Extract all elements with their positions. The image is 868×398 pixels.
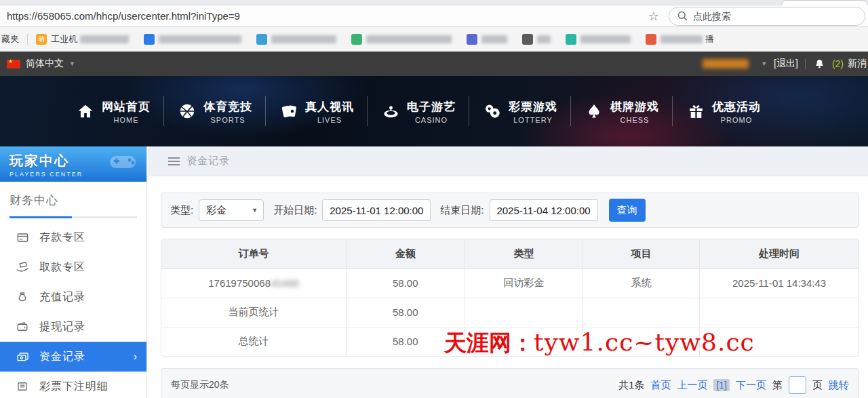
order-no-blurred: 40488: [271, 277, 299, 289]
bookmark-item[interactable]: [522, 34, 551, 45]
deposit-card-icon: [15, 231, 30, 244]
table-row: 1761975006840488 58.00 回访彩金 系统 2025-11-0…: [161, 268, 859, 298]
jump-link[interactable]: 跳转: [829, 379, 849, 392]
sidebar-item-recharge-record[interactable]: 充值记录: [0, 282, 146, 312]
page-total-amount: 58.00: [346, 298, 465, 327]
browser-search-box[interactable]: [669, 7, 865, 26]
bookmark-favicon: 萌: [36, 34, 47, 45]
type-cell: 回访彩金: [465, 268, 583, 298]
jump-label-post: 页: [812, 379, 823, 392]
cn-flag-icon: ★: [7, 60, 20, 68]
bookmark-star-icon[interactable]: ☆: [648, 9, 659, 24]
sidebar-item-deposit[interactable]: 存款专区: [0, 222, 146, 252]
amount-cell: 58.00: [346, 268, 465, 298]
end-date-input[interactable]: [490, 199, 598, 221]
chevron-right-icon: ›: [134, 351, 137, 363]
jump-label-pre: 第: [772, 379, 783, 392]
bookmark-item[interactable]: 播: [646, 33, 717, 45]
bookmark-blurred-text: [80, 35, 129, 43]
bookmark-item[interactable]: [144, 34, 241, 45]
content: 资金记录 类型: 彩金 ▼ 开始日期: 结束日期: 查询 订单号 金额 类型: [148, 146, 868, 398]
language-caret-icon[interactable]: ▼: [69, 60, 75, 67]
spade-icon: [584, 102, 604, 120]
nav-item-lottery[interactable]: 彩票游戏LOTTERY: [469, 99, 570, 124]
bookmark-favicon: [467, 34, 477, 45]
page: https://658065.com/hhcp/usercenter.html?…: [0, 0, 868, 398]
bookmark-label-tail: 播: [705, 33, 714, 45]
bookmark-item[interactable]: [256, 34, 336, 45]
bookmark-blurred-text: [481, 35, 507, 43]
bookmark-blurred-text: [159, 35, 241, 43]
pagination-bar: 每页显示20条 共1条 首页 上一页 [1] 下一页 第 页 跳转: [161, 368, 859, 398]
prev-page-link[interactable]: 上一页: [677, 379, 707, 392]
filter-bar: 类型: 彩金 ▼ 开始日期: 结束日期: 查询: [161, 193, 859, 228]
nav-item-chess[interactable]: 棋牌游戏CHESS: [571, 99, 672, 124]
type-select[interactable]: 彩金 ▼: [199, 199, 264, 221]
user-menu-caret-icon[interactable]: ▼: [761, 60, 767, 67]
sidebar-item-funds-record[interactable]: 资金记录 ›: [0, 342, 146, 372]
col-type: 类型: [465, 239, 583, 268]
search-input[interactable]: [693, 11, 829, 22]
col-amount: 金额: [346, 239, 465, 268]
search-icon: [677, 11, 688, 21]
url-text[interactable]: https://658065.com/hhcp/usercenter.html?…: [7, 10, 240, 22]
banknotes-icon: [15, 351, 30, 363]
lottery-balls-icon: [482, 102, 502, 120]
browser-tab[interactable]: [781, 0, 868, 5]
bookmark-item[interactable]: 萌 工业机: [36, 33, 129, 45]
total-count: 共1条: [618, 379, 644, 392]
receipt-icon: [15, 380, 30, 393]
content-header: 资金记录: [148, 146, 868, 176]
players-center-banner: 玩家中心 PLAYERS CENTER: [0, 146, 146, 182]
table-header-row: 订单号 金额 类型 项目 处理时间: [161, 239, 859, 268]
bookmark-favicon: [144, 34, 155, 45]
sidebar-item-withdraw-record[interactable]: 提现记录: [0, 312, 146, 342]
bookmark-item[interactable]: [351, 34, 452, 45]
bookmark-blurred-text: [580, 35, 631, 43]
project-cell: 系统: [583, 268, 700, 298]
nav-item-promo[interactable]: 优惠活动PROMO: [673, 99, 774, 124]
page-jump-input[interactable]: [789, 376, 806, 394]
nav-item-lives[interactable]: 真人视讯LIVES: [266, 99, 367, 124]
wallet-icon: [15, 321, 30, 333]
bookmark-item[interactable]: [566, 34, 631, 45]
sidebar-section: 财务中心: [0, 182, 146, 218]
notification-label[interactable]: 新消: [848, 58, 867, 70]
bookmark-favicon: [522, 34, 533, 45]
home-icon: [75, 102, 96, 120]
notification-count[interactable]: (2): [832, 58, 844, 69]
bookmark-favicon: [566, 34, 576, 45]
order-no-cell: 1761975006840488: [161, 268, 346, 298]
nav-item-sports[interactable]: 体育竞技SPORTS: [164, 99, 265, 124]
bookmark-label: 工业机: [51, 33, 77, 45]
finance-center-label: 财务中心: [9, 193, 137, 208]
sidebar-item-withdraw[interactable]: 取款专区: [0, 252, 146, 282]
per-page-label: 每页显示20条: [171, 379, 229, 391]
browser-tabstrip: [0, 0, 868, 5]
page-total-label: 当前页统计: [161, 298, 346, 327]
username-blurred[interactable]: [703, 59, 749, 68]
logout-link[interactable]: [退出]: [774, 58, 798, 70]
gift-icon: [686, 103, 706, 120]
nav-item-home[interactable]: 网站首页HOME: [62, 99, 163, 124]
bookmark-blurred-text: [537, 35, 551, 43]
sidebar: 玩家中心 PLAYERS CENTER 财务中心 存款专区 取款专区 充值记录: [0, 146, 147, 398]
bookmarks-folder-label[interactable]: 藏夹: [1, 33, 19, 45]
notification-bell-icon[interactable]: [814, 58, 825, 70]
first-page-link[interactable]: 首页: [650, 379, 671, 392]
bookmark-blurred-text: [271, 35, 336, 43]
language-selector[interactable]: 简体中文: [26, 58, 64, 70]
money-bag-icon: [15, 291, 30, 303]
current-page: [1]: [713, 379, 730, 391]
search-button[interactable]: 查询: [609, 199, 646, 222]
chevron-down-icon: ▼: [252, 207, 258, 214]
bookmark-blurred-text: [660, 35, 703, 43]
sidebar-item-lottery-bets[interactable]: 彩票下注明细: [0, 372, 146, 398]
start-date-input[interactable]: [322, 199, 431, 221]
next-page-link[interactable]: 下一页: [736, 379, 766, 392]
bookmark-item[interactable]: [467, 34, 507, 45]
roulette-icon: [380, 102, 401, 121]
cards-icon: [279, 102, 299, 121]
basketball-icon: [177, 102, 197, 120]
nav-item-casino[interactable]: 电子游艺CASINO: [368, 99, 469, 124]
